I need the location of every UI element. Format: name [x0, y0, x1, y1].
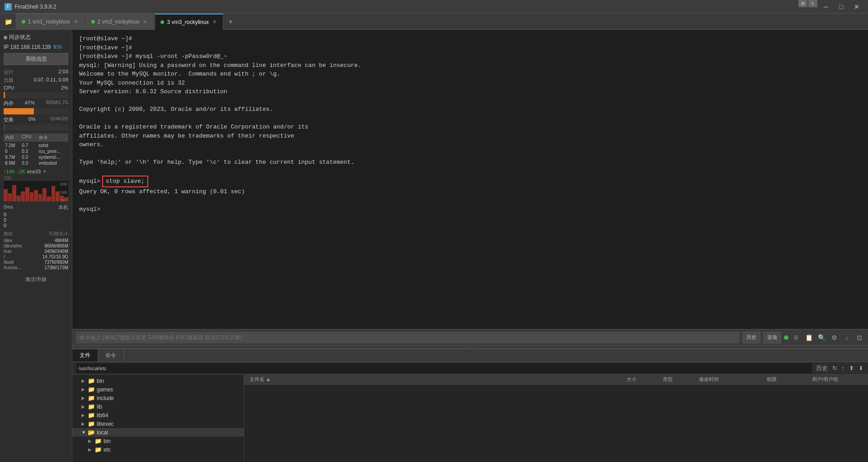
swap-size: 524K/2G	[51, 116, 68, 123]
download-icon-btn[interactable]: ↓	[842, 333, 852, 343]
tree-label-libexec: libexec	[97, 421, 113, 427]
disk-path-boot: /boot	[4, 260, 14, 265]
net-iface: ens33	[27, 169, 41, 174]
disk-size-header: 可用/大小	[49, 231, 68, 237]
tab-dot-vm2	[91, 20, 95, 24]
sidebar: 同步状态 IP 192.168.116.139 复制 系统信息 运行 2:03 …	[0, 30, 72, 462]
copy-icon-btn[interactable]: ⎘	[791, 333, 801, 343]
command-input[interactable]	[76, 332, 740, 343]
tab-dot-vm3	[160, 20, 164, 24]
mem-size: 805M/1.7G	[46, 100, 68, 107]
fh-user: 用户/用户组	[810, 376, 864, 383]
tab-vm3[interactable]: 3 vm3_rockylinux ✕	[155, 14, 223, 30]
tree-item-games[interactable]: ▶ 📁 games	[72, 385, 244, 394]
term-line-11: Oracle is a registered trademark of Orac…	[79, 123, 861, 132]
tab-close-vm3[interactable]: ✕	[212, 18, 217, 26]
titlebar-left: F FinalShell 3.9.8.2	[5, 3, 57, 10]
view-buttons: ⊞ ≡	[798, 0, 817, 14]
tree-label-include: include	[97, 395, 114, 401]
proc-cpu-3: 0.3	[20, 154, 37, 160]
history-button[interactable]: 历史	[742, 332, 760, 343]
fm-files-panel: 文件名 ▲ 大小 类型 修改时间 权限 用户/用户组	[244, 375, 868, 462]
tab-close-vm1[interactable]: ✕	[73, 18, 79, 26]
fm-upload-btn[interactable]: ⬆	[848, 364, 855, 372]
paste-icon-btn[interactable]: 📋	[804, 333, 814, 343]
proc-mem-1: 7.2M	[4, 143, 20, 148]
terminal[interactable]: [root@slave ~]# [root@slave ~]# [root@sl…	[72, 30, 868, 329]
net-arrow: ▼	[42, 169, 47, 174]
tree-item-lib[interactable]: ▶ 📁 lib	[72, 402, 244, 411]
folder-icon-local-bin: 📁	[94, 438, 102, 444]
runtime-row: 运行 2:03	[4, 69, 68, 76]
tree-item-include[interactable]: ▶ 📁 include	[72, 394, 244, 402]
mem-value: 47%	[25, 100, 35, 107]
grid-view-btn[interactable]: ⊞	[798, 0, 807, 7]
sysinfo-button[interactable]: 系统信息	[4, 53, 68, 65]
tree-label-local-etc: etc	[104, 447, 111, 453]
tree-item-bin[interactable]: ▶ 📁 bin	[72, 376, 244, 385]
load-value: 0.07, 0.11, 0.09	[34, 77, 68, 84]
term-line-17: mysql> stop slave;	[79, 176, 861, 187]
tab-vm2[interactable]: 2 vm2_rockylinux ✕	[85, 14, 154, 30]
maximize-button[interactable]: □	[835, 0, 848, 14]
copy-ip-button[interactable]: 复制	[53, 44, 62, 50]
expand-icon-btn[interactable]: ⊡	[854, 333, 864, 343]
disk-size-root: 14.7G/16.9G	[42, 254, 68, 259]
ip-text: IP 192.168.116.139	[4, 44, 51, 50]
mem-bar-container	[4, 108, 68, 114]
term-line-4: mysql: [Warning] Using a password on the…	[79, 61, 861, 70]
term-line-19	[79, 196, 861, 205]
upgrade-button[interactable]: 激活/升级	[4, 274, 68, 285]
fm-download-btn[interactable]: ⬇	[858, 364, 864, 372]
tab-vm1[interactable]: 1 vm1_rockylinux ✕	[16, 14, 85, 30]
process-header: 内存 CPU 命令	[4, 133, 68, 142]
fm-refresh-btn[interactable]: ↻	[831, 364, 838, 372]
list-view-btn[interactable]: ≡	[808, 0, 817, 7]
sync-label: 同步状态	[9, 33, 31, 41]
fm-tab-files[interactable]: 文件	[72, 349, 98, 362]
fm-up-btn[interactable]: ↑	[841, 364, 846, 372]
tree-item-local[interactable]: ▼ 📂 local	[72, 428, 244, 437]
mysql-prompt: mysql>	[79, 177, 100, 186]
ph-cpu: CPU	[20, 133, 37, 142]
swap-value: 0%	[28, 116, 36, 123]
close-button[interactable]: ✕	[850, 0, 863, 14]
process-row-1: 7.2M 0.7 sshd	[4, 143, 68, 148]
lat-val-2: 0	[4, 217, 68, 223]
search-icon-btn[interactable]: 🔍	[816, 333, 826, 343]
lat-val-1: 0	[4, 212, 68, 217]
options-button[interactable]: 选项	[763, 332, 781, 343]
add-tab-button[interactable]: +	[224, 15, 237, 28]
term-line-3: [root@slave ~]# mysql -uroot -pPassw0rd@…	[79, 52, 861, 61]
settings-icon-btn[interactable]: ⚙	[829, 333, 839, 343]
folder-icon-lib64: 📁	[88, 412, 95, 419]
resize-handle[interactable]: • • •	[72, 345, 868, 349]
fm-history-btn[interactable]: 历史	[815, 363, 829, 373]
proc-cpu-2: 0.3	[20, 148, 37, 154]
latency-row: 0ms 本机	[4, 204, 68, 211]
term-line-15: Type 'help;' or '\h' for help. Type '\c'…	[79, 158, 861, 167]
disk-header: 路径 可用/大小	[4, 231, 68, 237]
tabbar: 📁 1 vm1_rockylinux ✕ 2 vm2_rockylinux ✕ …	[0, 14, 868, 30]
cpu-label: CPU	[4, 85, 14, 90]
tree-item-local-etc[interactable]: ▶ 📁 etc	[72, 445, 244, 454]
minimize-button[interactable]: ─	[819, 0, 833, 14]
disk-path-run: /run	[4, 249, 11, 254]
tree-item-local-bin[interactable]: ▶ 📁 bin	[72, 437, 244, 445]
fm-tab-commands[interactable]: 命令	[98, 349, 124, 362]
ip-row: IP 192.168.116.139 复制	[4, 44, 68, 50]
proc-mem-3: 9.7M	[4, 154, 20, 160]
term-line-20: mysql>	[79, 205, 861, 214]
folder-icon: 📁	[5, 18, 12, 25]
tree-item-lib64[interactable]: ▶ 📁 lib64	[72, 411, 244, 419]
swap-bar-container	[4, 124, 68, 131]
swap-label-row: 交换 0% 524K/2G	[4, 116, 68, 123]
term-line-1: [root@slave ~]#	[79, 34, 861, 43]
tree-item-libexec[interactable]: ▶ 📁 libexec	[72, 419, 244, 428]
app-icon: F	[5, 3, 12, 10]
tree-arrow-local-etc: ▶	[88, 447, 93, 452]
tab-close-vm2[interactable]: ✕	[142, 18, 148, 26]
latency-values: 0 0 0	[4, 212, 68, 228]
net-scale: 20K	[4, 176, 68, 181]
fm-path-input[interactable]	[76, 363, 812, 373]
